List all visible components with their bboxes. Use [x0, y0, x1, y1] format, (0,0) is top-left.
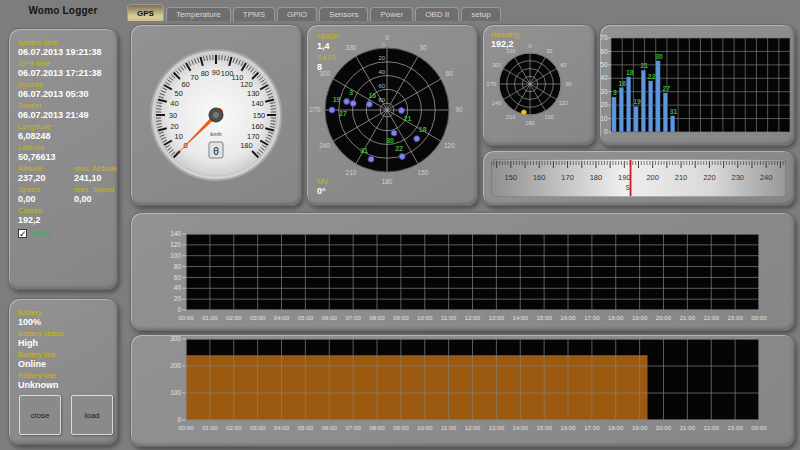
svg-text:10: 10 — [600, 115, 608, 122]
snr-bar — [656, 61, 660, 132]
svg-text:00:00: 00:00 — [178, 314, 194, 321]
field-value: 241,10 — [74, 173, 117, 184]
svg-text:150: 150 — [545, 114, 554, 120]
svg-text:180: 180 — [525, 120, 534, 126]
field-value: 50,76613 — [18, 152, 117, 163]
field-label: max. Speed — [74, 185, 117, 194]
svg-text:120: 120 — [444, 142, 455, 149]
heading-ruler-panel: 150160170180190200210220230240S — [482, 150, 795, 206]
svg-text:20: 20 — [170, 122, 178, 131]
svg-text:14:00: 14:00 — [513, 314, 529, 321]
tab-tpms[interactable]: TPMS — [233, 7, 275, 21]
satellite-dot — [398, 108, 404, 114]
svg-text:30: 30 — [655, 53, 663, 60]
tab-bar: GPSTemperatureTPMSGPIOSensorsPowerOBD II… — [127, 2, 501, 21]
svg-text:18: 18 — [419, 126, 427, 133]
field-label: Sunset — [18, 101, 117, 110]
tab-gpio[interactable]: GPIO — [277, 7, 317, 21]
svg-text:210: 210 — [506, 114, 515, 120]
svg-text:40: 40 — [170, 99, 178, 108]
battery-panel: Battery100%Battery statusHighBattery lin… — [8, 298, 118, 445]
svg-text:21: 21 — [641, 62, 649, 69]
heading-marker-dot — [521, 110, 526, 115]
svg-text:0: 0 — [604, 128, 608, 135]
svg-text:S: S — [625, 184, 630, 191]
heading-value: 192,2 — [491, 39, 519, 50]
svg-text:210: 210 — [346, 169, 357, 176]
svg-text:140: 140 — [251, 99, 264, 108]
tab-gps[interactable]: GPS — [127, 4, 164, 21]
area-fill — [186, 355, 648, 420]
svg-text:120: 120 — [559, 100, 568, 106]
svg-text:0: 0 — [385, 34, 389, 41]
field-label: Longitude — [18, 122, 117, 131]
svg-text:20:00: 20:00 — [656, 314, 672, 321]
svg-text:00:00: 00:00 — [751, 424, 767, 431]
tab-power[interactable]: Power — [370, 7, 413, 21]
load-button[interactable]: load — [71, 395, 113, 435]
svg-text:06:00: 06:00 — [322, 424, 338, 431]
svg-text:22: 22 — [648, 73, 656, 80]
pair-values: 237,20241,10 — [18, 173, 117, 185]
svg-text:18:00: 18:00 — [608, 424, 624, 431]
svg-text:0: 0 — [177, 306, 181, 313]
svg-text:21:00: 21:00 — [680, 314, 696, 321]
svg-text:12:00: 12:00 — [465, 424, 481, 431]
sats-value: 8 — [317, 62, 339, 73]
svg-text:140: 140 — [170, 230, 181, 237]
satellite-dot — [329, 107, 335, 113]
svg-text:50: 50 — [600, 61, 608, 68]
svg-text:kmh: kmh — [210, 131, 221, 137]
svg-text:01:00: 01:00 — [202, 424, 218, 431]
online-checkbox[interactable]: ✓ — [18, 229, 27, 238]
field-value: 0,00 — [74, 194, 117, 205]
svg-text:270: 270 — [487, 81, 496, 87]
svg-text:03:00: 03:00 — [250, 424, 266, 431]
tab-sensors[interactable]: Sensors — [319, 7, 368, 21]
field-label: Sunrise — [18, 80, 117, 89]
svg-text:160: 160 — [251, 122, 264, 131]
svg-text:07:00: 07:00 — [345, 424, 361, 431]
svg-text:17:00: 17:00 — [584, 424, 600, 431]
hdop-field: HDOP 1,4 SATS 8 — [317, 32, 339, 74]
svg-text:22: 22 — [395, 145, 403, 152]
hdop-value: 1,4 — [317, 41, 339, 52]
svg-text:11:00: 11:00 — [441, 424, 457, 431]
svg-text:90: 90 — [565, 81, 571, 87]
tab-setup[interactable]: setup — [461, 7, 501, 21]
svg-text:14:00: 14:00 — [513, 424, 529, 431]
speedometer-gauge: 0102030405060708090100110120130140150160… — [131, 25, 301, 205]
svg-text:20:00: 20:00 — [656, 424, 672, 431]
snr-bar — [612, 97, 616, 132]
svg-text:27: 27 — [339, 110, 347, 117]
svg-text:20: 20 — [600, 101, 608, 108]
snr-bar — [663, 93, 667, 132]
speed-history-chart: 02040608010012014000:0001:0002:0003:0004… — [131, 213, 794, 330]
field-value: 06.07.2013 21:49 — [18, 110, 117, 121]
svg-text:300: 300 — [170, 335, 181, 342]
svg-text:27: 27 — [663, 85, 671, 92]
svg-text:0: 0 — [528, 43, 531, 49]
altitude-history-panel: 010020030000:0001:0002:0003:0004:0005:00… — [130, 334, 795, 447]
svg-text:330: 330 — [346, 44, 357, 51]
svg-text:05:00: 05:00 — [298, 424, 314, 431]
snr-bar — [671, 116, 675, 132]
field-label: system time — [18, 38, 117, 47]
svg-text:11:00: 11:00 — [441, 314, 457, 321]
heading-field: Heading 192,2 — [491, 30, 519, 51]
gps-info-fields: system time06.07.2013 19:21:38GPS time06… — [18, 38, 117, 163]
svg-text:15:00: 15:00 — [536, 314, 552, 321]
svg-text:60: 60 — [600, 48, 608, 55]
svg-text:40: 40 — [174, 284, 182, 291]
tab-obd-ii[interactable]: OBD II — [415, 7, 459, 21]
svg-text:13:00: 13:00 — [489, 424, 505, 431]
field-label: Battery line — [18, 350, 117, 359]
svg-text:06:00: 06:00 — [322, 314, 338, 321]
svg-text:300: 300 — [492, 62, 501, 68]
satellite-snr-panel: 01020304050607031618192122302731 — [599, 24, 795, 146]
close-button[interactable]: close — [19, 395, 61, 435]
tab-temperature[interactable]: Temperature — [166, 7, 231, 21]
svg-text:05:00: 05:00 — [298, 314, 314, 321]
svg-text:18:00: 18:00 — [608, 314, 624, 321]
svg-text:19: 19 — [333, 96, 341, 103]
